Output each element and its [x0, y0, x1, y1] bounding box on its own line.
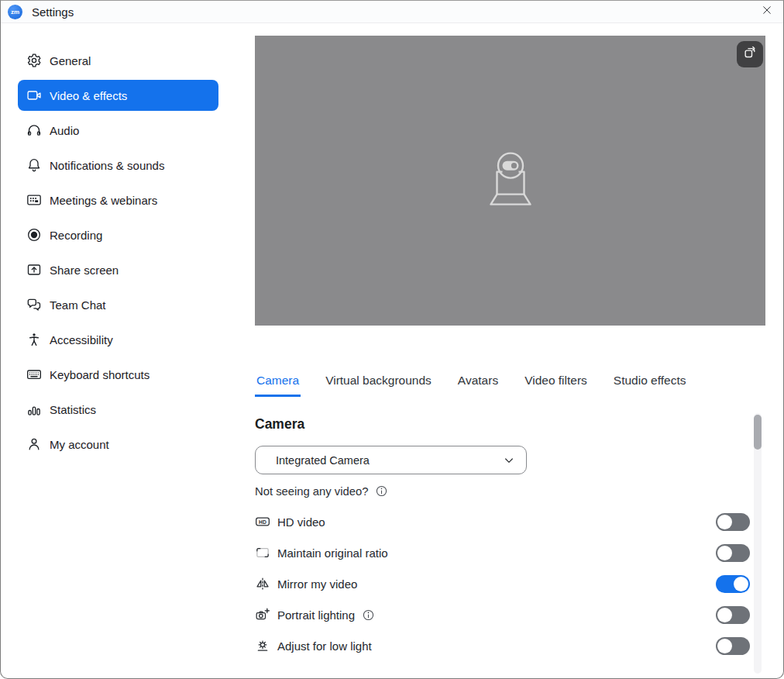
low-light-icon [255, 638, 270, 653]
toggle-maintain-original-ratio[interactable] [716, 544, 750, 562]
chevron-down-icon [503, 454, 515, 467]
setting-label: Adjust for low light [277, 639, 372, 653]
titlebar: zm Settings [1, 1, 783, 23]
video-settings-list: HDHD videoMaintain original ratioMirror … [255, 506, 765, 661]
sidebar-item-label: Video & effects [50, 89, 127, 102]
person-icon [26, 436, 42, 452]
close-button[interactable] [751, 1, 783, 22]
camera-device-select[interactable]: Integrated Camera [255, 446, 527, 474]
tab-label: Camera [256, 374, 299, 387]
tab-video-filters[interactable]: Video filters [523, 374, 589, 397]
zoom-logo-icon: zm [8, 5, 22, 19]
sidebar: GeneralVideo & effectsAudioNotifications… [1, 23, 243, 678]
setting-row-adjust-for-low-light: Adjust for low light [255, 630, 765, 661]
setting-row-mirror-my-video: Mirror my video [255, 568, 765, 599]
scrollbar-thumb[interactable] [754, 415, 762, 450]
setting-row-portrait-lighting: Portrait lighting [255, 599, 765, 630]
mirror-icon [255, 576, 270, 591]
sidebar-item-accessibility[interactable]: Accessibility [18, 324, 218, 355]
sidebar-item-keyboard-shortcuts[interactable]: Keyboard shortcuts [18, 359, 218, 390]
sidebar-item-share-screen[interactable]: Share screen [18, 254, 218, 285]
main-layout: GeneralVideo & effectsAudioNotifications… [1, 23, 783, 678]
section-heading: Camera [255, 416, 783, 433]
sidebar-item-meetings-webinars[interactable]: Meetings & webinars [18, 184, 218, 215]
tab-avatars[interactable]: Avatars [456, 374, 500, 397]
sidebar-item-label: Statistics [50, 403, 96, 416]
setting-label: Maintain original ratio [277, 546, 388, 560]
toggle-knob [734, 577, 748, 591]
svg-text:HD: HD [259, 519, 266, 525]
toggle-knob [717, 546, 732, 560]
tab-label: Virtual backgrounds [325, 374, 432, 387]
help-row: Not seeing any video? [255, 484, 783, 498]
tab-label: Avatars [458, 374, 498, 387]
setting-label: Portrait lighting [277, 608, 355, 622]
rotate-icon [742, 45, 758, 64]
camera-device-value: Integrated Camera [276, 454, 370, 467]
sidebar-item-label: My account [50, 438, 109, 451]
hd-icon: HD [255, 514, 270, 529]
aspect-ratio-icon [255, 545, 270, 560]
sidebar-item-label: Meetings & webinars [50, 194, 157, 207]
setting-row-hd-video: HDHD video [255, 506, 765, 537]
toggle-knob [717, 515, 732, 529]
bell-icon [26, 157, 42, 173]
gear-icon [26, 53, 42, 68]
sidebar-item-statistics[interactable]: Statistics [18, 394, 218, 425]
keyboard-icon [26, 367, 42, 382]
sidebar-item-my-account[interactable]: My account [18, 429, 218, 460]
setting-row-maintain-original-ratio: Maintain original ratio [255, 537, 765, 568]
sidebar-item-label: General [50, 54, 91, 67]
portrait-lighting-icon [255, 607, 270, 622]
toggle-portrait-lighting[interactable] [716, 606, 750, 624]
record-icon [26, 227, 42, 243]
tab-bar: CameraVirtual backgroundsAvatarsVideo fi… [255, 374, 783, 397]
no-video-help-link[interactable]: Not seeing any video? [255, 485, 368, 498]
scrollbar-track[interactable] [754, 413, 762, 674]
sidebar-item-general[interactable]: General [18, 45, 218, 76]
sidebar-item-audio[interactable]: Audio [18, 115, 218, 146]
meeting-screen-icon [26, 192, 42, 208]
sidebar-item-label: Accessibility [50, 333, 113, 346]
video-preview [255, 36, 765, 326]
sidebar-item-label: Share screen [50, 264, 119, 277]
sidebar-item-team-chat[interactable]: Team Chat [18, 289, 218, 320]
chat-icon [26, 297, 42, 312]
tab-label: Studio effects [614, 374, 686, 387]
sidebar-item-label: Keyboard shortcuts [50, 368, 150, 381]
accessibility-icon [26, 332, 42, 347]
window-title: Settings [32, 5, 74, 19]
statistics-icon [26, 402, 42, 417]
tab-studio-effects[interactable]: Studio effects [612, 374, 688, 397]
close-icon [761, 4, 773, 19]
sidebar-item-label: Recording [50, 229, 102, 242]
sidebar-item-label: Audio [50, 124, 79, 137]
video-camera-icon [26, 88, 42, 103]
sidebar-item-label: Notifications & sounds [50, 159, 164, 172]
sidebar-item-recording[interactable]: Recording [18, 219, 218, 250]
setting-label: Mirror my video [277, 577, 357, 591]
tab-virtual-backgrounds[interactable]: Virtual backgrounds [324, 374, 433, 397]
tab-camera[interactable]: Camera [255, 374, 301, 397]
headphones-icon [26, 122, 42, 138]
tab-label: Video filters [524, 374, 587, 387]
toggle-hd-video[interactable] [716, 513, 750, 531]
toggle-knob [717, 608, 732, 622]
sidebar-item-video-effects[interactable]: Video & effects [18, 80, 218, 111]
info-icon[interactable] [375, 484, 388, 498]
toggle-mirror-my-video[interactable] [716, 575, 750, 593]
toggle-knob [717, 639, 732, 653]
toggle-adjust-for-low-light[interactable] [716, 637, 750, 655]
sidebar-item-notifications-sounds[interactable]: Notifications & sounds [18, 150, 218, 181]
settings-window: zm Settings GeneralVideo & effectsAudioN… [0, 0, 784, 679]
content-panel: CameraVirtual backgroundsAvatarsVideo fi… [255, 23, 783, 678]
rotate-preview-button[interactable] [737, 41, 763, 67]
setting-label: HD video [277, 515, 325, 529]
camera-placeholder-icon [473, 146, 548, 211]
sidebar-item-label: Team Chat [50, 298, 106, 312]
info-icon[interactable] [362, 608, 375, 622]
share-screen-icon [26, 262, 42, 277]
